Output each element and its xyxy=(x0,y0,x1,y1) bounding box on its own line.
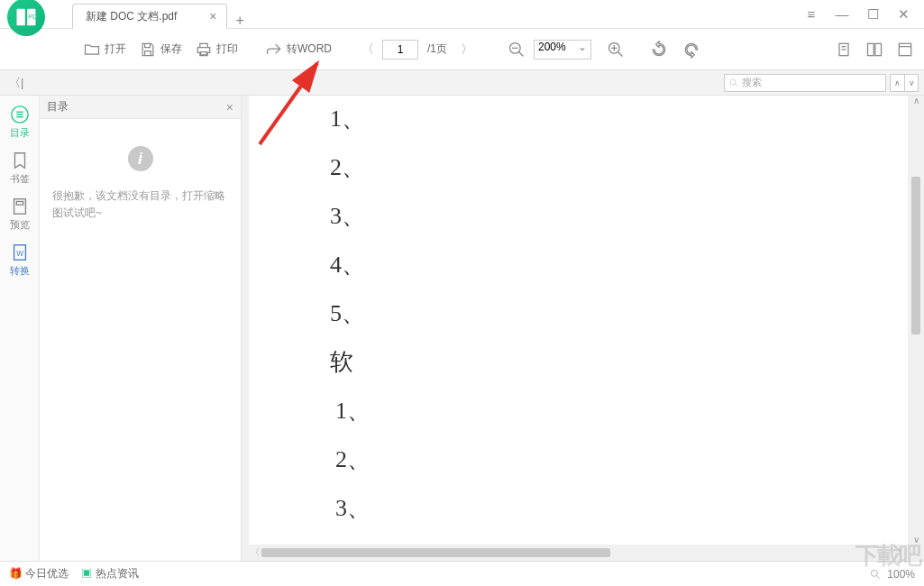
titlebar: PDF 新建 DOC 文档.pdf × + ≡ — ☐ ✕ xyxy=(0,0,924,29)
sidebar-label: 目录 xyxy=(10,126,30,140)
doc-line: 4、 xyxy=(335,537,371,545)
svg-text:W: W xyxy=(16,250,23,258)
chevron-down-icon: ⌄ xyxy=(578,41,587,53)
close-window-icon[interactable]: ✕ xyxy=(893,6,913,23)
document-tab[interactable]: 新建 DOC 文档.pdf × xyxy=(72,4,227,29)
print-label: 打印 xyxy=(216,41,238,57)
zoom-out-icon xyxy=(508,41,526,59)
menu-icon[interactable]: ≡ xyxy=(801,6,821,23)
minimize-icon[interactable]: — xyxy=(832,6,852,23)
single-page-button[interactable] xyxy=(832,38,855,61)
search-icon xyxy=(728,78,739,88)
panel-header: 目录 × xyxy=(40,96,241,119)
document-viewport: 1、 2、 3、 4、 5、 软 1、 2、 3、 4、 ∧ ∨ 〈 〉 xyxy=(242,96,924,561)
vertical-scrollbar[interactable]: ∧ ∨ xyxy=(910,96,921,545)
search-next-icon[interactable]: ∨ xyxy=(904,74,919,92)
news-icon: ▣ xyxy=(81,567,92,580)
next-page-icon[interactable]: 〉 xyxy=(456,41,478,58)
maximize-icon[interactable]: ☐ xyxy=(863,6,883,23)
rotate-left-button[interactable] xyxy=(647,38,671,61)
search-nav: ∧ ∨ xyxy=(890,74,919,92)
svg-point-28 xyxy=(872,570,878,576)
toolbar: 打开 保存 打印 转WORD 〈 /1页 〉 200%⌄ xyxy=(0,29,924,70)
scroll-thumb[interactable] xyxy=(911,177,920,334)
rotate-right-button[interactable] xyxy=(680,38,703,61)
svg-text:PDF: PDF xyxy=(28,14,39,20)
sidebar-item-convert[interactable]: W 转换 xyxy=(2,243,38,278)
tab-strip: 新建 DOC 文档.pdf × + xyxy=(52,0,801,29)
folder-icon xyxy=(83,41,101,59)
tab-title: 新建 DOC 文档.pdf xyxy=(86,9,177,24)
save-label: 保存 xyxy=(160,41,182,57)
sidebar-item-toc[interactable]: 目录 xyxy=(2,105,38,140)
doc-line: 3、 xyxy=(335,492,371,524)
doc-line: 2、 xyxy=(335,444,371,475)
scroll-up-icon[interactable]: ∧ xyxy=(910,96,921,105)
document-page: 1、 2、 3、 4、 5、 软 1、 2、 3、 4、 xyxy=(249,96,908,545)
svg-point-17 xyxy=(730,79,736,85)
print-icon xyxy=(195,41,213,59)
scroll-left-icon[interactable]: 〈 xyxy=(249,546,261,559)
single-page-icon xyxy=(835,41,853,59)
print-button[interactable]: 打印 xyxy=(189,37,243,62)
doc-line: 软 xyxy=(330,346,353,378)
fullscreen-button[interactable] xyxy=(893,38,917,61)
zoom-out-button[interactable] xyxy=(505,38,528,61)
doc-line: 1、 xyxy=(330,103,365,134)
doc-line: 5、 xyxy=(330,298,365,329)
search-prev-icon[interactable]: ∧ xyxy=(890,74,904,92)
open-button[interactable]: 打开 xyxy=(78,37,132,62)
zoom-in-button[interactable] xyxy=(604,38,627,61)
new-tab-button[interactable]: + xyxy=(236,13,244,29)
sidebar-label: 书签 xyxy=(10,172,30,186)
panel-close-icon[interactable]: × xyxy=(226,100,233,114)
prev-page-icon[interactable]: 〈 xyxy=(357,41,379,58)
zoom-select[interactable]: 200%⌄ xyxy=(534,40,591,60)
fullscreen-icon xyxy=(896,41,914,59)
convert-word-button[interactable]: 转WORD xyxy=(260,37,337,62)
export-icon xyxy=(265,41,283,59)
doc-line: 1、 xyxy=(335,395,371,426)
two-page-icon xyxy=(865,41,883,59)
svg-rect-13 xyxy=(868,43,874,55)
secondary-bar: 〈| 搜索 ∧ ∨ xyxy=(0,70,924,96)
svg-rect-0 xyxy=(17,8,25,25)
sidebar-item-bookmark[interactable]: 书签 xyxy=(2,151,38,186)
convert-label: 转WORD xyxy=(287,41,332,57)
search-input[interactable]: 搜索 xyxy=(724,74,886,92)
panel-title: 目录 xyxy=(47,99,69,114)
doc-line: 2、 xyxy=(330,151,365,183)
sidebar-label: 转换 xyxy=(10,264,30,278)
sidebar-item-preview[interactable]: 预览 xyxy=(2,197,38,232)
two-page-button[interactable] xyxy=(863,38,886,61)
toc-panel: 目录 × i 很抱歉，该文档没有目录，打开缩略图试试吧~ xyxy=(40,96,242,561)
panel-body: i 很抱歉，该文档没有目录，打开缩略图试试吧~ xyxy=(40,119,241,249)
close-icon[interactable]: × xyxy=(209,9,216,23)
svg-rect-24 xyxy=(16,202,23,206)
scroll-thumb[interactable] xyxy=(261,548,610,557)
sidebar-label: 预览 xyxy=(10,218,30,232)
svg-line-7 xyxy=(618,51,623,56)
page-number-input[interactable] xyxy=(382,40,418,60)
zoom-in-icon xyxy=(607,41,625,59)
svg-line-18 xyxy=(736,84,738,87)
word-icon: W xyxy=(10,243,30,262)
info-icon: i xyxy=(128,146,153,171)
rotate-left-icon xyxy=(650,41,668,59)
scroll-right-icon[interactable]: 〉 xyxy=(895,546,908,559)
page-nav: 〈 /1页 〉 xyxy=(357,40,478,60)
svg-rect-14 xyxy=(875,43,882,55)
panel-message: 很抱歉，该文档没有目录，打开缩略图试试吧~ xyxy=(52,188,228,222)
horizontal-scrollbar[interactable]: 〈 〉 xyxy=(249,547,908,558)
status-bar: 🎁 今日优选 ▣ 热点资讯 100% xyxy=(0,561,924,586)
svg-rect-15 xyxy=(899,43,910,55)
zoom-status: 100% xyxy=(887,568,915,581)
save-button[interactable]: 保存 xyxy=(133,37,188,62)
hot-news[interactable]: ▣ 热点资讯 xyxy=(81,566,138,581)
scroll-down-icon[interactable]: ∨ xyxy=(910,535,921,545)
save-icon xyxy=(139,41,157,59)
zoom-status-icon xyxy=(869,568,882,581)
collapse-panel-icon[interactable]: 〈| xyxy=(9,75,29,91)
zoom-value: 200% xyxy=(538,41,566,53)
today-picks[interactable]: 🎁 今日优选 xyxy=(9,566,69,581)
